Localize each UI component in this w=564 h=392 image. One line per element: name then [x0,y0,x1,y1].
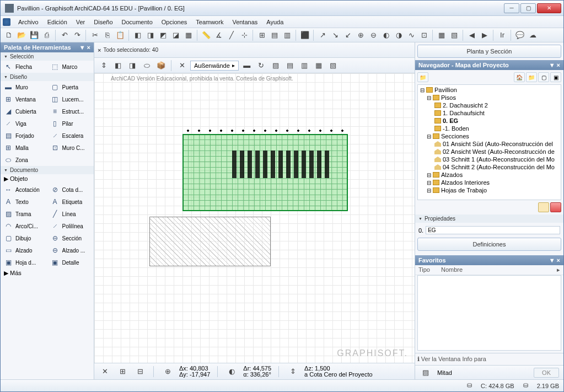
tree-item[interactable]: 04 Schnitt 2 (Auto-Reconstrucción del Mo [419,163,560,171]
snap-icon[interactable]: ⊟ [134,366,146,378]
tree-item[interactable]: ⊟ Pavillion [419,86,560,94]
delete-button[interactable] [550,202,561,212]
rotate-icon[interactable]: ↻ [255,60,267,72]
compass-icon[interactable]: ✕ [176,60,188,72]
ok-button[interactable]: OK [534,368,559,378]
tool-lucern-[interactable]: ◫Lucern... [47,93,94,105]
nav-icon[interactable]: 📁 [417,72,428,82]
print-icon[interactable]: ⎙ [41,29,53,41]
menu-teamwork[interactable]: Teamwork [191,18,228,26]
tool-icon[interactable]: ◨ [126,60,138,72]
tool-secci-n[interactable]: ⊖Sección [47,232,94,244]
save-icon[interactable]: 💾 [28,29,40,41]
tool-marco[interactable]: ⬚Marco [47,61,94,73]
tool-detalle[interactable]: ▣Detalle [47,256,94,269]
nav-icon[interactable]: ▣ [550,72,561,82]
planta-seccion-button[interactable]: Planta y Sección [417,45,561,58]
favorites-list[interactable] [417,275,561,351]
grid-icon[interactable]: ⊞ [256,29,268,41]
paste-icon[interactable]: 📋 [114,29,126,41]
tool-icon[interactable]: ◪ [170,29,182,41]
section-objeto[interactable]: ▶ Objeto [1,174,94,184]
tool-arco-ci-[interactable]: ◠Arco/Ci... [1,220,47,232]
tree-item[interactable]: 2. Dachausicht 2 [419,101,560,109]
nav-icon[interactable]: 🏠 [514,72,525,82]
snap-icon[interactable]: ✕ [99,366,111,378]
section-documento[interactable]: Documento [1,166,94,174]
close-icon[interactable]: ▼ × [549,257,560,264]
open-icon[interactable]: 📂 [15,29,28,41]
z-icon[interactable]: ⇕ [287,366,299,378]
maximize-button[interactable]: ▢ [520,3,536,13]
tool-polil-nea[interactable]: ⟋Polilínea [47,220,94,232]
menu-opciones[interactable]: Opciones [157,18,191,26]
prop-value-input[interactable] [426,226,560,234]
view-icon[interactable]: ▥ [281,29,293,41]
tool-icon[interactable]: ◧ [132,29,144,41]
tool-alzado-[interactable]: ⊖Alzado ... [47,244,94,256]
layer-icon[interactable]: ▧ [448,29,460,41]
tool-estruct-[interactable]: ≡Estruct... [47,105,94,117]
minimize-button[interactable]: ─ [504,3,519,13]
tool-flecha[interactable]: ↖Flecha [1,61,47,73]
tool-alzado[interactable]: ▭Alzado [1,244,47,256]
line-style-icon[interactable]: ▬ [241,60,253,72]
copy-icon[interactable]: ⎘ [101,29,114,41]
tree-item[interactable]: 03 Schnitt 1 (Auto-Reconstrucción del Mo [419,155,560,163]
hatch-icon[interactable]: ▥ [298,60,310,72]
curve-icon[interactable]: ∿ [405,29,417,41]
tool-icon[interactable]: ◑ [393,29,405,41]
snap-icon[interactable]: ⊞ [116,366,128,378]
project-tree[interactable]: ⊟ Pavillion⊟ Pisos2. Dachausicht 21. Dac… [417,84,561,200]
redo-icon[interactable]: ↷ [71,29,83,41]
tool-icon[interactable]: 📦 [155,60,167,72]
origin-icon[interactable]: ⊕ [162,366,174,378]
properties-header[interactable]: Propiedades [415,214,563,223]
menu-edición[interactable]: Edición [43,18,72,26]
tool-icon[interactable]: ▦ [182,29,195,41]
tool-icon[interactable]: ⇕ [98,60,110,72]
text-icon[interactable]: Ir [496,29,508,41]
tree-item[interactable]: 01 Ansicht Süd (Auto-Reconstrucción del [419,140,560,148]
scale-icon[interactable]: ▨ [420,367,432,379]
tool-dibujo[interactable]: ▢Dibujo [1,232,47,244]
tree-item[interactable]: ⊟ Pisos [419,94,560,101]
tool-pilar[interactable]: ▯Pilar [47,117,94,130]
cut-icon[interactable]: ✂ [89,29,101,41]
tree-item[interactable]: -1. Boden [419,125,560,132]
nav-icon[interactable]: 📁 [526,72,537,82]
tool-icon[interactable]: ⬭ [141,60,153,72]
hatch-icon[interactable]: ▨ [270,60,282,72]
snap-icon[interactable]: ⊹ [238,29,250,41]
arrow-icon[interactable]: ↗ [316,29,329,41]
definiciones-button[interactable]: Definiciones [417,238,561,251]
hatch-icon[interactable]: ▦ [313,60,325,72]
angle-icon[interactable]: ∡ [213,29,225,41]
tool-texto[interactable]: ATexto [1,196,47,208]
tool-viga[interactable]: ⟋Viga [1,117,47,130]
menu-diseño[interactable]: Diseño [89,18,117,26]
tool-acotaci-n[interactable]: ↔Acotación [1,184,47,196]
line-icon[interactable]: ╱ [225,29,238,41]
tool-trama[interactable]: ▨Trama [1,208,47,220]
tool-hoja-d-[interactable]: ▣Hoja d... [1,256,47,269]
nav-icon[interactable]: ◀ [466,29,478,41]
cloud-icon[interactable]: ☁ [527,29,539,41]
tool-escalera[interactable]: ⟋Escalera [47,130,94,142]
section-seleccion[interactable]: Selección [1,52,94,61]
menu-ventanas[interactable]: Ventanas [228,18,262,26]
close-icon[interactable]: ▼ × [79,44,90,51]
section-mas[interactable]: ▶ Más [1,269,94,278]
tree-item[interactable]: ⊟ Alzados Interiores [419,179,560,186]
tree-item[interactable]: ⊟ Alzados [419,171,560,179]
section-diseno[interactable]: Diseño [1,73,94,81]
tool-puerta[interactable]: ▢Puerta [47,81,94,93]
hatch-icon[interactable]: ▧ [327,60,339,72]
app-menu-icon[interactable] [3,18,10,26]
tree-item[interactable]: ⊟ Secciones [419,132,560,140]
arrow-icon[interactable]: ↘ [329,29,341,41]
hatch-icon[interactable]: ▤ [284,60,296,72]
layer-dropdown[interactable]: Außenwände ▸ [190,61,239,71]
undo-icon[interactable]: ↶ [58,29,71,41]
drawing-canvas[interactable]: ArchiCAD Versión Educacional, prohibida … [94,73,415,363]
